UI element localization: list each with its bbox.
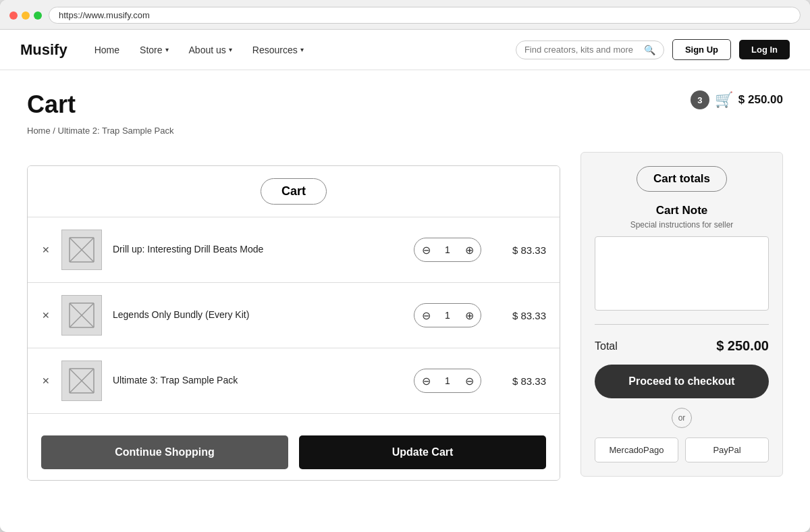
checkout-button[interactable]: Proceed to checkout [595, 365, 769, 398]
navbar: Musify Home Store ▾ About us ▾ Resources… [0, 30, 810, 70]
nav-links: Home Store ▾ About us ▾ Resources ▾ [94, 45, 516, 55]
content-layout: Cart ✕ [27, 152, 783, 481]
qty-decrease-3b[interactable]: ⊖ [458, 369, 481, 392]
qty-decrease-3[interactable]: ⊖ [414, 369, 437, 392]
chevron-down-icon: ▾ [229, 46, 232, 53]
total-row: Total $ 250.00 [595, 333, 769, 354]
product-price-3: $ 83.33 [492, 375, 546, 387]
search-input[interactable] [524, 45, 640, 55]
total-label: Total [595, 340, 618, 352]
qty-control-2: ⊖ 1 ⊕ [414, 303, 481, 327]
nav-home[interactable]: Home [94, 45, 119, 55]
cart-table-wrapper: Cart ✕ [27, 165, 560, 481]
cart-note-title: Cart Note [595, 204, 769, 217]
cart-totals-sidebar: Cart totals Cart Note Special instructio… [580, 152, 783, 477]
search-bar[interactable]: 🔍 [516, 41, 664, 59]
table-row: ✕ Legends Only Bundly (Every Kit) [28, 283, 560, 348]
cart-total-header: $ 250.00 [738, 93, 783, 107]
placeholder-image-icon [68, 367, 95, 394]
browser-chrome: https://www.musify.com [0, 0, 810, 30]
qty-value-3: 1 [437, 375, 458, 386]
cart-note-textarea[interactable] [595, 236, 769, 311]
page-header: Cart 3 🛒 $ 250.00 [27, 90, 783, 119]
nav-about[interactable]: About us ▾ [189, 45, 232, 55]
dot-yellow [22, 11, 30, 20]
cart-section: Cart ✕ [27, 152, 560, 481]
search-icon: 🔍 [644, 45, 655, 55]
breadcrumb: Home / Ultimate 2: Trap Sample Pack [27, 126, 783, 136]
logo[interactable]: Musify [20, 41, 68, 59]
login-button[interactable]: Log In [739, 40, 790, 59]
cart-note-subtitle: Special instructions for seller [595, 220, 769, 230]
cart-table-heading: Cart [261, 178, 327, 205]
chevron-down-icon: ▾ [300, 46, 304, 53]
nav-resources[interactable]: Resources ▾ [252, 45, 304, 55]
qty-increase-2[interactable]: ⊕ [458, 304, 481, 327]
dot-red [9, 11, 18, 20]
cart-count-badge: 3 [691, 90, 709, 109]
cart-actions: Continue Shopping Update Cart [41, 435, 546, 469]
qty-decrease-1[interactable]: ⊖ [414, 238, 437, 261]
table-row: ✕ Drill up: Interesting Drill Beats Mode [28, 217, 560, 283]
qty-control-3: ⊖ 1 ⊖ [414, 369, 481, 393]
paypal-button[interactable]: PayPal [685, 437, 769, 462]
qty-increase-1[interactable]: ⊕ [458, 238, 481, 261]
product-price-1: $ 83.33 [492, 244, 546, 256]
address-bar[interactable]: https://www.musify.com [49, 7, 801, 24]
qty-decrease-2[interactable]: ⊖ [414, 304, 437, 327]
product-thumbnail-3 [61, 361, 102, 401]
cart-icon-area: 3 🛒 $ 250.00 [691, 90, 783, 109]
remove-item-3-button[interactable]: ✕ [41, 375, 51, 386]
cart-icon: 🛒 [715, 91, 733, 109]
product-name-2: Legends Only Bundly (Every Kit) [113, 309, 403, 322]
dot-green [34, 11, 42, 20]
payment-buttons: MercadoPago PayPal [595, 437, 769, 462]
cart-actions-area: Continue Shopping Update Cart [28, 414, 560, 480]
mercadopago-button[interactable]: MercadoPago [595, 437, 678, 462]
product-thumbnail-1 [61, 230, 102, 270]
update-cart-button[interactable]: Update Cart [299, 435, 546, 469]
placeholder-image-icon [68, 236, 95, 263]
table-row: ✕ Ultimate 3: Trap Sample Pack ⊖ [28, 348, 560, 414]
placeholder-image-icon [68, 302, 95, 329]
remove-item-1-button[interactable]: ✕ [41, 244, 51, 255]
continue-shopping-button[interactable]: Continue Shopping [41, 435, 288, 469]
product-name-1: Drill up: Interesting Drill Beats Mode [113, 243, 403, 257]
or-divider: or [595, 408, 769, 428]
cart-table-outer: Cart ✕ [27, 152, 560, 481]
qty-value-1: 1 [437, 244, 458, 255]
main-content: Cart 3 🛒 $ 250.00 Home / Ultimate 2: Tra… [0, 70, 810, 532]
remove-item-2-button[interactable]: ✕ [41, 310, 51, 321]
qty-control-1: ⊖ 1 ⊕ [414, 238, 481, 262]
chevron-down-icon: ▾ [165, 46, 169, 53]
signup-button[interactable]: Sign Up [672, 39, 731, 60]
or-label: or [672, 408, 692, 428]
product-name-3: Ultimate 3: Trap Sample Pack [113, 374, 403, 388]
product-price-2: $ 83.33 [492, 310, 546, 321]
product-thumbnail-2 [61, 295, 102, 336]
cart-totals-heading: Cart totals [637, 166, 727, 192]
page-title: Cart [27, 90, 76, 119]
browser-dots [9, 11, 42, 20]
qty-value-2: 1 [437, 310, 458, 321]
total-value: $ 250.00 [716, 338, 769, 354]
nav-right: 🔍 Sign Up Log In [516, 39, 790, 60]
nav-store[interactable]: Store ▾ [140, 45, 168, 55]
